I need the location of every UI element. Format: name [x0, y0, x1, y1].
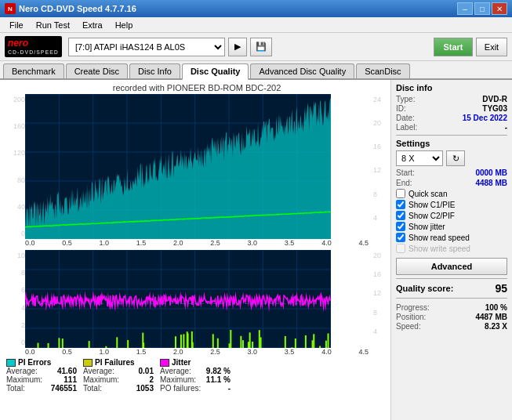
- speed-prog-row: Speed: 8.23 X: [396, 322, 507, 331]
- end-mb-value: 4488 MB: [475, 179, 507, 187]
- disc-type-row: Type: DVD-R: [396, 95, 507, 103]
- bottom-chart-wrapper: 1086420 20161284: [6, 250, 387, 348]
- show-c1-label: Show C1/PIE: [409, 201, 455, 209]
- jitter-label: Jitter: [172, 358, 191, 367]
- show-write-speed-row: Show write speed: [396, 244, 507, 253]
- disc-label-row: Label: -: [396, 123, 507, 132]
- menu-run-test[interactable]: Run Test: [30, 19, 76, 31]
- top-y-axis-left: 20016012080400: [6, 94, 25, 239]
- show-read-speed-checkbox[interactable]: [396, 233, 405, 242]
- divider-2: [396, 278, 507, 279]
- pi-failures-avg: 0.01: [139, 367, 154, 375]
- disc-label-value: -: [505, 123, 507, 132]
- chart-area: recorded with PIONEER BD-ROM BDC-202 200…: [0, 80, 390, 420]
- legend-pi-errors: PI Errors Average:41.60 Maximum:111 Tota…: [6, 358, 77, 393]
- save-button[interactable]: 💾: [250, 38, 272, 56]
- tab-scan-disc[interactable]: ScanDisc: [356, 63, 409, 78]
- speed-row: 8 X ↻: [396, 150, 507, 166]
- jitter-max: 11.1 %: [206, 375, 231, 384]
- advanced-button[interactable]: Advanced: [396, 258, 507, 275]
- right-panel: Disc info Type: DVD-R ID: TYG03 Date: 15…: [390, 80, 512, 420]
- quality-score-label: Quality score:: [396, 284, 453, 293]
- eject-button[interactable]: ▶: [228, 38, 247, 56]
- po-failures-value: -: [228, 384, 231, 393]
- menu-file[interactable]: File: [3, 19, 30, 31]
- show-write-speed-checkbox[interactable]: [396, 244, 405, 253]
- legend-pi-failures: PI Failures Average:0.01 Maximum:2 Total…: [83, 358, 154, 393]
- show-c2-label: Show C2/PIF: [409, 212, 455, 220]
- pi-failures-total: 1053: [136, 384, 154, 393]
- show-write-speed-label: Show write speed: [409, 244, 470, 253]
- maximize-button[interactable]: □: [474, 2, 490, 15]
- show-read-speed-label: Show read speed: [409, 234, 470, 242]
- drive-select[interactable]: [7:0] ATAPI iHAS124 B AL0S: [68, 38, 225, 56]
- disc-type-label: Type:: [396, 95, 415, 103]
- divider-1: [396, 135, 507, 136]
- progress-section: Progress: 100 % Position: 4487 MB Speed:…: [396, 303, 507, 331]
- start-mb-label: Start:: [396, 168, 415, 177]
- title-bar: N Nero CD-DVD Speed 4.7.7.16 – □ ✕: [0, 0, 512, 17]
- pi-errors-max: 111: [64, 375, 77, 384]
- tab-disc-info[interactable]: Disc Info: [129, 63, 180, 78]
- title-buttons: – □ ✕: [457, 2, 507, 15]
- pi-failures-color: [83, 359, 93, 367]
- minimize-button[interactable]: –: [457, 2, 473, 15]
- jitter-color: [160, 359, 169, 367]
- show-c1-row: Show C1/PIE: [396, 200, 507, 209]
- tab-disc-quality[interactable]: Disc Quality: [182, 63, 249, 80]
- pi-errors-label: PI Errors: [18, 358, 51, 367]
- disc-type-value: DVD-R: [482, 95, 507, 103]
- jitter-avg: 9.82 %: [206, 367, 231, 375]
- legend-area: PI Errors Average:41.60 Maximum:111 Tota…: [6, 358, 387, 393]
- quality-score-value: 95: [495, 282, 507, 295]
- quality-row: Quality score: 95: [396, 282, 507, 295]
- end-mb-row: End: 4488 MB: [396, 179, 507, 187]
- quick-scan-label: Quick scan: [409, 190, 447, 198]
- close-button[interactable]: ✕: [492, 2, 507, 15]
- bottom-x-axis: 0.00.51.01.52.02.53.03.54.04.5: [6, 348, 387, 356]
- progress-value: 100 %: [485, 303, 507, 312]
- speed-refresh-button[interactable]: ↻: [446, 150, 465, 166]
- bottom-y-axis-left: 1086420: [6, 250, 25, 348]
- disc-date-value: 15 Dec 2022: [463, 114, 507, 122]
- show-jitter-row: Show jitter: [396, 222, 507, 231]
- progress-row: Progress: 100 %: [396, 303, 507, 312]
- tab-advanced-disc-quality[interactable]: Advanced Disc Quality: [250, 63, 354, 78]
- start-button[interactable]: Start: [434, 38, 473, 56]
- toolbar: nero CD-DVD/SPEED [7:0] ATAPI iHAS124 B …: [0, 33, 512, 61]
- top-chart-canvas: [25, 94, 331, 239]
- app-icon: N: [5, 3, 16, 14]
- tab-create-disc[interactable]: Create Disc: [66, 63, 128, 78]
- start-mb-value: 0000 MB: [475, 168, 507, 177]
- settings-title: Settings: [396, 139, 507, 148]
- menu-bar: File Run Test Extra Help: [0, 17, 512, 33]
- tab-benchmark[interactable]: Benchmark: [3, 63, 64, 78]
- show-jitter-label: Show jitter: [409, 223, 445, 231]
- position-value: 4487 MB: [475, 313, 507, 321]
- menu-help[interactable]: Help: [109, 19, 140, 31]
- menu-extra[interactable]: Extra: [76, 19, 109, 31]
- bottom-chart-canvas: [25, 250, 331, 348]
- exit-button[interactable]: Exit: [476, 38, 507, 56]
- progress-label: Progress:: [396, 303, 430, 312]
- show-c2-checkbox[interactable]: [396, 211, 405, 220]
- disc-date-row: Date: 15 Dec 2022: [396, 114, 507, 122]
- disc-label-label: Label:: [396, 123, 417, 132]
- po-failures-label: PO failures:: [160, 384, 201, 393]
- main-area: recorded with PIONEER BD-ROM BDC-202 200…: [0, 80, 512, 420]
- show-read-speed-row: Show read speed: [396, 233, 507, 242]
- show-c2-row: Show C2/PIF: [396, 211, 507, 220]
- show-c1-checkbox[interactable]: [396, 200, 405, 209]
- speed-label: Speed:: [396, 322, 421, 331]
- pi-errors-avg: 41.60: [57, 367, 77, 375]
- nero-logo: nero CD-DVD/SPEED: [5, 36, 62, 57]
- end-mb-label: End:: [396, 179, 412, 187]
- speed-value: 8.23 X: [485, 322, 507, 331]
- top-y-axis-right: 2420161284: [372, 94, 387, 239]
- quick-scan-checkbox[interactable]: [396, 189, 405, 198]
- top-chart-wrapper: 20016012080400 2420161284: [6, 94, 387, 239]
- show-jitter-checkbox[interactable]: [396, 222, 405, 231]
- disc-id-value: TYG03: [482, 104, 507, 113]
- position-label: Position:: [396, 313, 426, 321]
- speed-select[interactable]: 8 X: [396, 150, 443, 166]
